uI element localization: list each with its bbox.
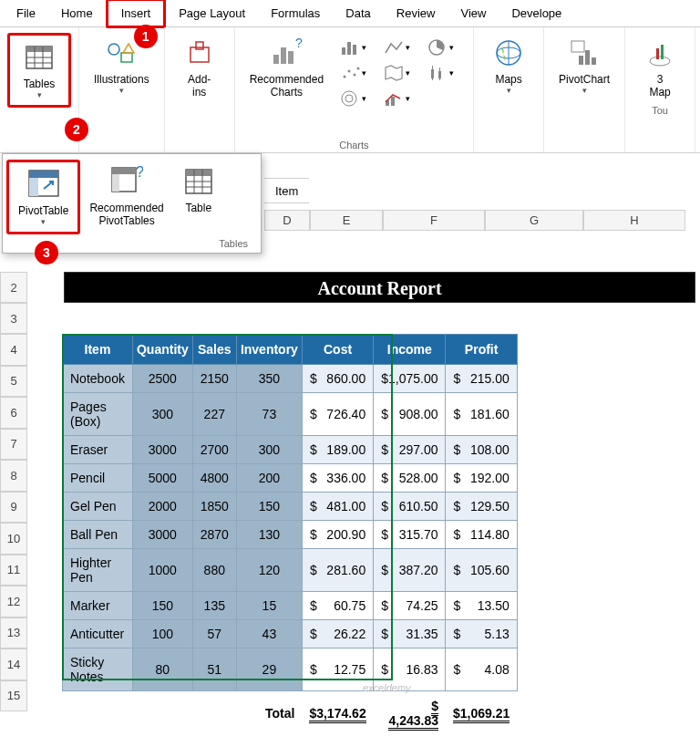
ribbon-group-addins: Add- ins	[165, 27, 235, 152]
svg-rect-37	[592, 57, 596, 65]
tab-insert-label: Insert	[121, 6, 151, 20]
illustrations-label: Illustrations	[94, 73, 149, 86]
svg-rect-34	[571, 41, 584, 52]
3d-map-label: 3 Map	[649, 73, 670, 99]
chart-scatter-button[interactable]: ▾	[336, 62, 369, 84]
tables-button[interactable]: Tables ▾ 2	[7, 33, 71, 108]
svg-point-28	[345, 95, 353, 102]
svg-rect-12	[281, 47, 286, 64]
svg-rect-16	[347, 42, 351, 55]
chevron-down-icon: ▾	[119, 86, 124, 95]
chevron-down-icon: ▾	[582, 86, 587, 95]
3d-map-button[interactable]: 3 Map	[633, 33, 687, 103]
svg-point-27	[342, 91, 356, 106]
tables-icon	[23, 41, 56, 74]
svg-rect-39	[656, 48, 659, 59]
maps-button[interactable]: Maps ▾	[481, 33, 536, 99]
svg-rect-30	[391, 97, 395, 106]
svg-point-19	[343, 76, 345, 78]
svg-rect-40	[661, 45, 664, 59]
svg-rect-17	[353, 45, 356, 55]
chart-hierarchy-button[interactable]: ▾	[336, 88, 369, 109]
tab-developer[interactable]: Develope	[499, 1, 574, 26]
chart-column-button[interactable]: ▾	[336, 36, 369, 58]
svg-rect-35	[579, 56, 583, 65]
svg-rect-1	[26, 47, 52, 52]
ribbon-group-tours: 3 Map Tou	[625, 27, 695, 152]
chart-map-button[interactable]: ▾	[380, 62, 413, 84]
tab-file[interactable]: File	[4, 1, 48, 26]
ribbon-tabs: File Home Insert 1 Page Layout Formulas …	[0, 0, 700, 27]
chevron-down-icon: ▾	[37, 90, 42, 99]
recommended-charts-button[interactable]: ? Recommended Charts	[242, 33, 331, 103]
svg-rect-13	[288, 51, 293, 64]
shapes-icon	[105, 36, 138, 69]
tables-label: Tables	[24, 78, 56, 90]
svg-rect-11	[273, 55, 279, 64]
svg-point-20	[347, 70, 350, 73]
tours-group-label: Tou	[652, 105, 668, 116]
ribbon-group-charts: ? Recommended Charts ▾ ▾ ▾ ▾ ▾ ▾ ▾ ▾ Cha…	[235, 27, 474, 152]
charts-group-label: Charts	[339, 140, 368, 150]
3d-map-icon	[643, 36, 676, 69]
chart-combo-button[interactable]: ▾	[380, 88, 413, 109]
svg-text:?: ?	[295, 38, 303, 50]
ribbon-group-tables: Tables ▾ 2	[0, 27, 79, 152]
svg-point-22	[356, 67, 359, 70]
chart-stock-button[interactable]: ▾	[424, 62, 457, 84]
chevron-down-icon: ▾	[507, 86, 511, 95]
svg-marker-8	[123, 44, 134, 53]
tab-formulas[interactable]: Formulas	[258, 1, 333, 26]
recommended-charts-label: Recommended Charts	[250, 73, 324, 99]
svg-point-21	[353, 74, 355, 77]
addins-button[interactable]: Add- ins	[172, 33, 227, 103]
ribbon-group-maps: Maps ▾	[474, 27, 544, 152]
chart-line-button[interactable]: ▾	[380, 36, 413, 58]
svg-rect-36	[585, 50, 590, 65]
svg-rect-7	[121, 53, 132, 62]
globe-icon	[492, 36, 525, 69]
pivotchart-icon	[568, 36, 601, 69]
ribbon-group-pivotchart: PivotChart ▾	[544, 27, 625, 152]
pivotchart-label: PivotChart	[559, 73, 610, 86]
ribbon-content: Tables ▾ 2 Illustrations ▾ Add- ins ? R	[0, 27, 700, 153]
svg-point-6	[108, 44, 119, 55]
svg-rect-15	[342, 47, 345, 55]
svg-point-38	[650, 57, 670, 66]
tab-insert[interactable]: Insert 1	[106, 0, 167, 28]
pivotchart-button[interactable]: PivotChart ▾	[551, 33, 617, 99]
tab-view[interactable]: View	[448, 1, 499, 26]
annotation-1: 1	[134, 25, 158, 48]
chart-pie-button[interactable]: ▾	[424, 36, 457, 58]
tab-review[interactable]: Review	[384, 1, 448, 26]
svg-rect-10	[196, 42, 203, 49]
tab-home[interactable]: Home	[48, 1, 106, 26]
addins-label: Add- ins	[188, 73, 211, 99]
maps-label: Maps	[495, 73, 521, 86]
tab-page-layout[interactable]: Page Layout	[166, 1, 258, 26]
annotation-2: 2	[65, 118, 88, 141]
recommended-charts-icon: ?	[270, 36, 303, 69]
addins-icon	[183, 36, 216, 69]
tab-data[interactable]: Data	[333, 1, 383, 26]
